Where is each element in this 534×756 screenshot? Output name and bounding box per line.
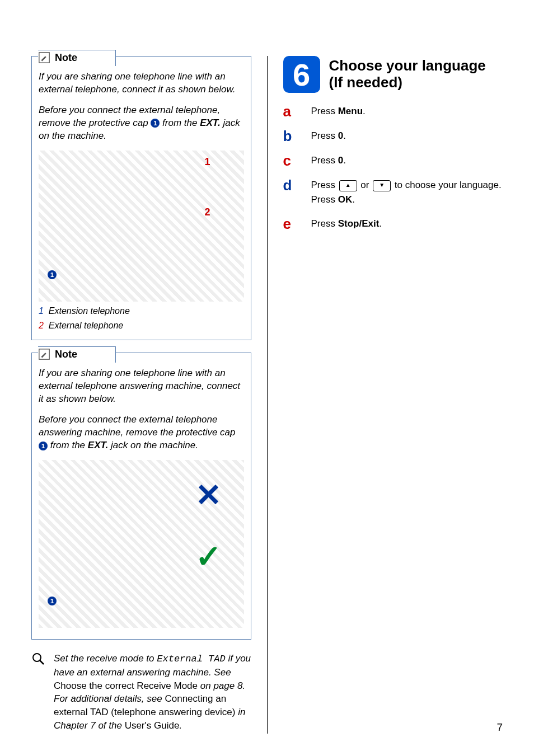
substep-text: Press Stop/Exit. [311,217,503,231]
substep-text: Press Menu. [311,104,503,119]
pencil-note-icon [38,51,50,64]
note1-para2: Before you connect the external telephon… [39,104,244,143]
cap-number-icon: 1 [48,597,57,605]
cap-number-icon: 1 [39,442,48,450]
substep-b: b Press 0. [283,129,503,143]
step-header: 6 Choose your language (If needed) [283,56,503,93]
svg-line-3 [40,660,44,664]
diagram-ext-telephone: 1 2 1 [39,151,244,302]
note-external-telephone: Note If you are sharing one telephone li… [31,56,251,340]
diagram-label-2: 2 [204,206,210,218]
diagram-ext-tad: ✕ ✓ 1 [39,460,244,628]
note1-para1: If you are sharing one telephone line wi… [39,71,244,96]
check-icon: ✓ [195,538,222,575]
diagram-label-1: 1 [204,156,210,168]
note-tab: Note [38,346,116,363]
substep-e: e Press Stop/Exit. [283,217,503,231]
legend-1: 1 Extension telephone [39,305,244,317]
cap-number-icon: 1 [151,119,160,128]
note-body: If you are sharing one telephone line wi… [39,71,244,332]
substep-text: Press 0. [311,129,503,143]
note-external-tad: Note If you are sharing one telephone li… [31,353,251,640]
substep-a: a Press Menu. [283,104,503,119]
substeps-list: a Press Menu. b Press 0. c Press 0. [283,104,503,231]
step-title: Choose your language (If needed) [329,58,486,91]
substep-text: Press ▲ or ▼ to choose your language. Pr… [311,178,503,206]
step-number: 6 [283,56,320,93]
cap-number-icon: 1 [48,270,57,279]
substep-letter: e [283,217,297,231]
substep-letter: c [283,153,297,168]
svg-point-2 [33,654,41,661]
pencil-note-icon [38,348,50,360]
down-arrow-key: ▼ [373,180,391,191]
substep-letter: a [283,104,297,119]
substep-d: d Press ▲ or ▼ to choose your language. … [283,178,503,206]
substep-letter: d [283,178,297,192]
note-label: Note [55,52,77,64]
magnifier-icon [31,652,45,665]
note-tab: Note [38,50,116,66]
note-body: If you are sharing one telephone line wi… [39,367,244,628]
up-arrow-key: ▲ [339,180,357,191]
note2-para2: Before you connect the external telephon… [39,414,244,452]
substep-text: Press 0. [311,153,503,168]
page-number: 7 [496,721,503,734]
note2-para1: If you are sharing one telephone line wi… [39,367,244,406]
note-label: Note [55,349,77,360]
tip-text: Set the receive mode to External TAD if … [54,652,251,732]
tip-receive-mode: Set the receive mode to External TAD if … [31,652,251,732]
legend-2: 2 External telephone [39,320,244,332]
cross-icon: ✕ [195,477,222,513]
substep-letter: b [283,129,297,143]
substep-c: c Press 0. [283,153,503,168]
